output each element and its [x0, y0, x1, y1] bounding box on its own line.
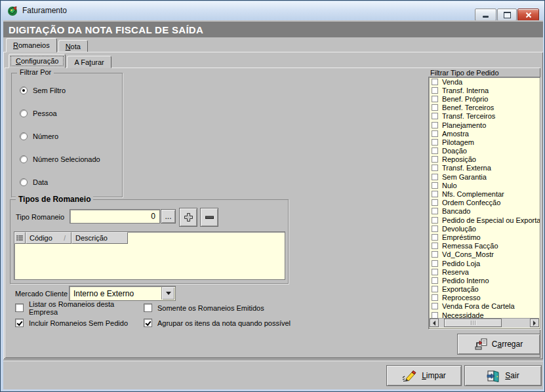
minimize-button[interactable]: [475, 9, 496, 21]
type-filter-item[interactable]: Transf. Externa: [429, 164, 540, 172]
type-filter-item[interactable]: Vd_Cons_Mostr: [429, 250, 540, 259]
checkbox-icon[interactable]: [432, 122, 438, 128]
checkbox-icon[interactable]: [432, 251, 438, 258]
checkbox-icon[interactable]: [15, 319, 24, 327]
filter-radio-option[interactable]: Número Selecionado: [20, 155, 100, 163]
type-filter-item[interactable]: Nulo: [429, 181, 540, 189]
option-checkbox[interactable]: Agrupar os itens da nota quando possível: [144, 319, 291, 327]
checkbox-icon[interactable]: [432, 294, 438, 301]
option-checkbox[interactable]: Listar os Romaneios desta Empresa: [15, 304, 144, 312]
type-filter-item[interactable]: Reprocesso: [429, 294, 540, 302]
type-filter-item[interactable]: Venda Fora de Cartela: [429, 302, 540, 311]
type-filter-item[interactable]: Reposição: [429, 155, 540, 164]
type-filter-item[interactable]: Planejamento: [429, 121, 540, 129]
scroll-right-button[interactable]: [530, 319, 539, 327]
type-filter-item[interactable]: Pilotagem: [429, 138, 540, 146]
combo-dropdown-button[interactable]: [161, 287, 174, 300]
type-filter-item[interactable]: Remessa Facção: [429, 242, 540, 250]
horizontal-scrollbar[interactable]: [430, 318, 539, 328]
type-filter-item[interactable]: Devolução: [429, 224, 540, 233]
checkbox-icon[interactable]: [432, 208, 438, 214]
scrollbar-thumb[interactable]: [444, 319, 502, 327]
type-filter-item[interactable]: Bancado: [429, 207, 540, 216]
grid-column-descricao[interactable]: Descrição: [71, 232, 128, 244]
type-filter-item[interactable]: Transf. Interna: [429, 86, 540, 94]
checkbox-icon[interactable]: [432, 165, 438, 171]
checkbox-icon[interactable]: [432, 225, 438, 232]
checkbox-icon[interactable]: [432, 217, 438, 224]
checkbox-icon[interactable]: [432, 286, 438, 292]
type-filter-item[interactable]: Empréstimo: [429, 233, 540, 241]
limpar-button[interactable]: Limpar: [386, 365, 462, 386]
type-filter-item[interactable]: Reserva: [429, 267, 540, 276]
checkbox-icon[interactable]: [432, 182, 438, 189]
filter-radio-option[interactable]: Pessoa: [20, 109, 100, 117]
type-filter-item[interactable]: Nfs. Complementar: [429, 189, 540, 198]
remove-button[interactable]: [200, 208, 218, 227]
checkbox-icon[interactable]: [432, 174, 438, 180]
add-button[interactable]: [179, 208, 197, 227]
checkbox-icon[interactable]: [432, 277, 438, 284]
title-bar[interactable]: Faturamento: [1, 1, 545, 20]
grid-column-codigo[interactable]: Código /: [26, 232, 71, 244]
type-filter-item[interactable]: Benef. Próprio: [429, 94, 540, 103]
checkbox-icon[interactable]: [432, 199, 438, 206]
window-title: Faturamento: [22, 6, 67, 15]
checkbox-icon[interactable]: [432, 96, 438, 102]
checkbox-icon[interactable]: [432, 139, 438, 146]
radio-icon[interactable]: [20, 132, 28, 140]
checkbox-icon[interactable]: [432, 191, 438, 197]
filter-radio-option[interactable]: Sem Filtro: [20, 87, 100, 94]
checkbox-icon[interactable]: [432, 113, 438, 119]
sair-button[interactable]: Sair: [464, 365, 542, 386]
sub-tab[interactable]: Configuração: [9, 54, 66, 68]
type-filter-list[interactable]: Venda Transf. Interna Benef. Próprio Ben…: [428, 77, 540, 329]
maximize-button[interactable]: [497, 9, 517, 21]
radio-icon[interactable]: [20, 109, 28, 117]
checkbox-icon[interactable]: [432, 243, 438, 249]
checkbox-icon[interactable]: [432, 130, 438, 137]
checkbox-icon[interactable]: [432, 260, 438, 267]
type-filter-item[interactable]: Transf. Terceiros: [429, 112, 540, 121]
sub-tab[interactable]: A Faturar: [67, 56, 111, 68]
radio-icon[interactable]: [20, 155, 28, 163]
type-filter-item[interactable]: Pedido Interno: [429, 276, 540, 284]
filter-by-title: Filtrar Por: [17, 68, 54, 76]
tipo-romaneio-field[interactable]: 0: [70, 209, 160, 224]
checkbox-icon[interactable]: [15, 304, 24, 312]
radio-icon[interactable]: [20, 87, 28, 94]
checkbox-icon[interactable]: [432, 104, 438, 111]
checkbox-icon[interactable]: [432, 87, 438, 94]
option-checkbox[interactable]: Somente os Romaneios Emitidos: [144, 304, 291, 312]
grid-corner-button[interactable]: [14, 232, 26, 244]
checkbox-icon[interactable]: [432, 147, 438, 154]
checkbox-icon[interactable]: [432, 303, 438, 309]
minimize-icon: [483, 16, 489, 18]
type-filter-item[interactable]: Pedido de Especial ou Exporta: [429, 216, 540, 224]
type-filter-item[interactable]: Sem Garantia: [429, 172, 540, 181]
type-filter-item[interactable]: Venda: [429, 77, 540, 86]
checkbox-icon[interactable]: [144, 319, 152, 327]
close-button[interactable]: [517, 9, 539, 21]
type-filter-item[interactable]: Pedido Loja: [429, 259, 540, 267]
type-filter-item[interactable]: Benef. Terceiros: [429, 104, 540, 112]
checkbox-icon[interactable]: [144, 304, 152, 312]
option-checkbox[interactable]: Incluir Romaneios Sem Pedido: [15, 319, 144, 327]
type-filter-item[interactable]: Exportação: [429, 285, 540, 294]
lookup-ellipsis-button[interactable]: ...: [161, 209, 176, 224]
mercado-cliente-combo[interactable]: Interno e Externo: [69, 286, 176, 301]
radio-icon[interactable]: [20, 178, 28, 186]
filter-radio-option[interactable]: Número: [20, 132, 100, 140]
checkbox-icon[interactable]: [432, 269, 438, 275]
type-filter-item[interactable]: Doação: [429, 147, 540, 155]
checkbox-icon[interactable]: [432, 156, 438, 163]
carregar-button[interactable]: Carregar: [457, 334, 540, 355]
type-filter-item[interactable]: Amostra: [429, 129, 540, 138]
main-tab[interactable]: Nota: [58, 40, 88, 52]
main-tab[interactable]: Romaneios: [6, 38, 57, 52]
filter-radio-option[interactable]: Data: [20, 178, 100, 186]
type-filter-item[interactable]: Ordem Confecção: [429, 199, 540, 207]
checkbox-icon[interactable]: [432, 234, 438, 241]
checkbox-icon[interactable]: [432, 79, 438, 85]
scroll-left-button[interactable]: [430, 319, 439, 327]
